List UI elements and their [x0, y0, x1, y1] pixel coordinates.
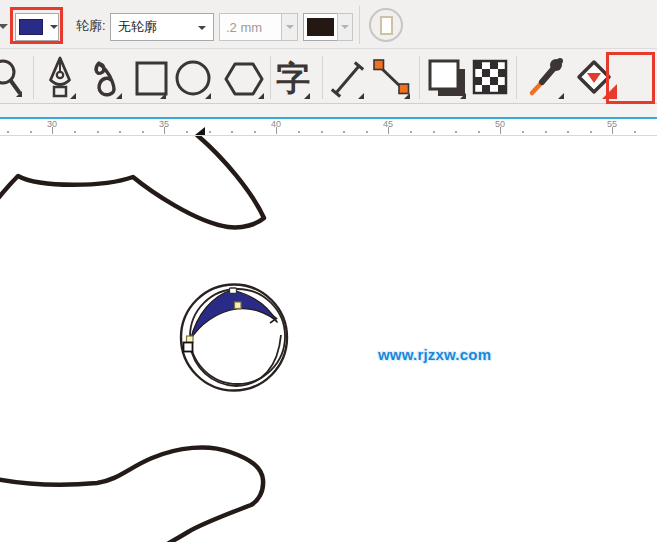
drop-shadow-tool-button[interactable] [426, 51, 470, 101]
ruler-minor-tick [567, 131, 569, 133]
outline-width-input[interactable]: .2 mm [219, 13, 282, 41]
ruler-minor-tick [119, 131, 121, 133]
ruler-minor-tick [231, 131, 233, 133]
separator [516, 56, 517, 99]
ruler-minor-tick [30, 131, 32, 133]
pen-nib-icon [42, 51, 82, 101]
coreldraw-window: 轮廓: 无轮廓 .2 mm [0, 0, 657, 542]
curve-hook-icon [86, 51, 126, 101]
chevron-down-icon [341, 25, 349, 29]
ruler-minor-tick [142, 131, 144, 133]
ruler-major-tick [388, 127, 389, 134]
checkerboard-icon [470, 51, 510, 101]
node-handle-selected[interactable] [184, 343, 193, 352]
separator [33, 56, 34, 99]
ruler-major-tick [500, 127, 501, 134]
separator [270, 56, 271, 99]
ruler-minor-tick [74, 131, 76, 133]
ruler-minor-tick [343, 131, 345, 133]
curve-object-top[interactable] [0, 136, 264, 227]
outline-label: 轮廓: [76, 17, 106, 35]
curve-object-bottom[interactable] [0, 447, 263, 542]
ruler-minor-tick [545, 131, 547, 133]
ruler-minor-tick [410, 131, 412, 133]
node-handle[interactable] [230, 288, 237, 294]
eyedropper-tool-button[interactable] [524, 51, 568, 101]
canvas-artwork [0, 136, 657, 542]
outline-color-dropdown-button[interactable] [337, 13, 353, 41]
connector-tool-button[interactable] [370, 51, 414, 101]
chevron-down-icon [286, 25, 294, 29]
chevron-down-icon [198, 26, 206, 30]
ruler-top-strip [0, 104, 657, 117]
separator [359, 6, 360, 44]
text-tool-button[interactable]: 字 [276, 51, 316, 101]
ruler-minor-tick [209, 131, 211, 133]
ruler-major-tick [276, 127, 277, 134]
ruler-major-tick [52, 127, 53, 134]
rectangle-tool-button[interactable] [132, 51, 172, 101]
highlight-box-fill-color [10, 7, 63, 44]
zoom-tool-button[interactable] [0, 51, 32, 101]
ruler-minor-tick [7, 131, 9, 133]
outline-style-select[interactable]: 无轮廓 [110, 13, 214, 41]
ruler-minor-tick [186, 131, 188, 133]
toolbox: 字 [0, 49, 657, 104]
ruler-accent-line [0, 117, 657, 119]
ruler-cursor-marker [195, 127, 205, 135]
connector-icon [370, 51, 414, 101]
ruler-major-tick [164, 127, 165, 134]
cutoff-dropdown-icon[interactable] [0, 24, 8, 29]
ruler-minor-tick [634, 131, 636, 133]
rectangle-icon [132, 51, 172, 101]
horizontal-ruler[interactable]: 303540455055 [0, 104, 657, 135]
overlapping-squares-icon [426, 51, 470, 101]
ruler-major-tick [612, 127, 613, 134]
pen-tool-button[interactable] [42, 51, 82, 101]
pattern-fill-tool-button[interactable] [470, 51, 510, 101]
ruler-minor-tick [455, 131, 457, 133]
polygon-icon [220, 51, 266, 101]
drawing-canvas[interactable]: www.rjzxw.com [0, 135, 657, 542]
text-tool-icon: 字 [276, 51, 316, 101]
ruler-minor-tick [321, 131, 323, 133]
dimension-line-icon [328, 51, 370, 101]
ruler-minor-tick [478, 131, 480, 133]
separator [322, 56, 323, 99]
ruler-minor-tick [298, 131, 300, 133]
page-rect-icon [380, 16, 393, 35]
ruler-minor-tick [522, 131, 524, 133]
node-handle[interactable] [187, 336, 194, 343]
node-handle[interactable] [235, 302, 242, 309]
dimension-tool-button[interactable] [328, 51, 370, 101]
ruler-minor-tick [433, 131, 435, 133]
bspline-tool-button[interactable] [86, 51, 126, 101]
text-tool-glyph: 字 [276, 59, 310, 97]
ellipse-icon [175, 51, 215, 101]
ellipse-tool-button[interactable] [175, 51, 215, 101]
ruler-minor-tick [254, 131, 256, 133]
page-border-icon[interactable] [369, 8, 403, 42]
outline-style-value: 无轮廓 [118, 18, 157, 36]
ruler-minor-tick [366, 131, 368, 133]
outline-color-swatch [307, 18, 334, 36]
eyedropper-icon [524, 51, 568, 101]
outline-width-value: .2 mm [226, 20, 262, 35]
separator [419, 56, 420, 99]
polygon-tool-button[interactable] [220, 51, 266, 101]
ruler-minor-tick [97, 131, 99, 133]
highlight-box-fill-tool [606, 52, 655, 104]
magnifier-icon [0, 51, 32, 101]
property-bar: 轮廓: 无轮廓 .2 mm [0, 0, 657, 49]
ruler-minor-tick [590, 131, 592, 133]
outline-width-dropdown-button[interactable] [281, 13, 298, 41]
outline-color-picker[interactable] [303, 13, 338, 41]
watermark-text: www.rjzxw.com [378, 346, 491, 363]
